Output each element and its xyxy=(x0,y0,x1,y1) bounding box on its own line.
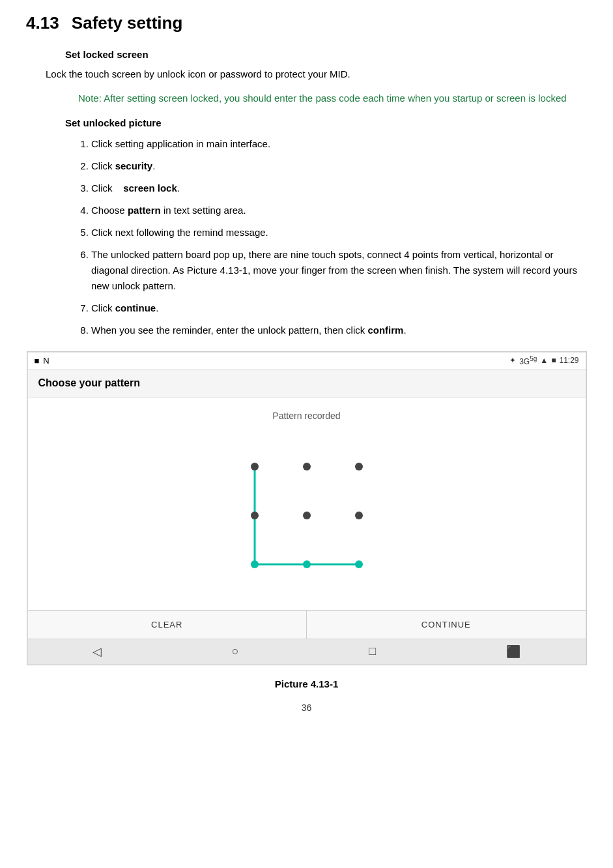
step-3: Click screen lock. xyxy=(91,181,587,196)
section-title-text: Safety setting xyxy=(72,13,183,33)
signal-arrow: ▲ xyxy=(540,356,548,365)
bluetooth-icon: ✦ xyxy=(509,356,516,365)
note-block: Note: After setting screen locked, you s… xyxy=(78,90,587,107)
nav-bar: ◁ ○ □ ⬛ xyxy=(28,639,586,664)
section-number: 4.13 xyxy=(26,13,59,33)
page-number: 36 xyxy=(26,702,587,713)
dot-3-1 xyxy=(251,560,259,568)
dot-1-3 xyxy=(355,463,363,470)
step-2: Click security. xyxy=(91,158,587,174)
signal-text: 3G5g xyxy=(519,355,537,366)
set-unlocked-heading: Set unlocked picture xyxy=(65,117,587,128)
picture-caption: Picture 4.13-1 xyxy=(26,678,587,689)
dot-2-1 xyxy=(251,512,259,519)
pattern-grid xyxy=(203,434,411,597)
dot-2-2 xyxy=(303,512,311,519)
action-bar: CLEAR CONTINUE xyxy=(28,610,586,639)
status-icon-save: ■ xyxy=(35,356,40,366)
steps-list: Click setting application in main interf… xyxy=(91,136,587,338)
dot-2-3 xyxy=(355,512,363,519)
status-icon-n: N xyxy=(43,356,49,366)
phone-screen: ■ N ✦ 3G5g ▲ ■ 11:29 Choose your pattern… xyxy=(27,352,586,665)
recents-nav-icon[interactable]: □ xyxy=(369,644,376,658)
set-locked-heading: Set locked screen xyxy=(65,49,587,60)
step-4: Choose pattern in text setting area. xyxy=(91,203,587,218)
clear-button[interactable]: CLEAR xyxy=(28,611,307,639)
status-bar-right: ✦ 3G5g ▲ ■ 11:29 xyxy=(509,355,578,366)
pattern-area: Pattern recorded xyxy=(28,398,586,610)
screenshot-nav-icon[interactable]: ⬛ xyxy=(506,644,520,659)
battery-icon: ■ xyxy=(551,356,556,365)
dot-3-2 xyxy=(303,560,311,568)
choose-pattern-header: Choose your pattern xyxy=(28,369,586,398)
status-bar-left: ■ N xyxy=(35,356,50,366)
picture-container: ■ N ✦ 3G5g ▲ ■ 11:29 Choose your pattern… xyxy=(27,351,587,665)
back-nav-icon[interactable]: ◁ xyxy=(93,644,102,659)
dot-1-2 xyxy=(303,463,311,470)
step-1: Click setting application in main interf… xyxy=(91,136,587,152)
section-title: 4.13 Safety setting xyxy=(26,13,587,33)
step-8: When you see the reminder, enter the unl… xyxy=(91,323,587,338)
home-nav-icon[interactable]: ○ xyxy=(232,644,239,658)
pattern-lines-svg xyxy=(203,434,411,597)
step-6: The unlocked pattern board pop up, there… xyxy=(91,247,587,294)
continue-button[interactable]: CONTINUE xyxy=(307,611,586,639)
pattern-recorded-text: Pattern recorded xyxy=(272,411,340,421)
step-7: Click continue. xyxy=(91,300,587,316)
dot-1-1 xyxy=(251,463,259,470)
step-5: Click next following the remind message. xyxy=(91,225,587,240)
status-bar: ■ N ✦ 3G5g ▲ ■ 11:29 xyxy=(28,353,586,369)
time-display: 11:29 xyxy=(559,356,578,365)
dot-3-3 xyxy=(355,560,363,568)
lock-description: Lock the touch screen by unlock icon or … xyxy=(46,66,587,82)
